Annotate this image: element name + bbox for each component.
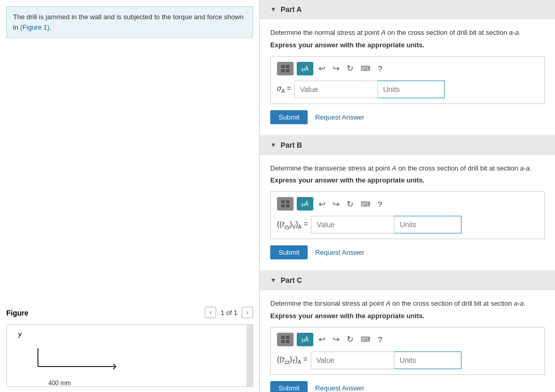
svg-rect-14: [281, 340, 285, 343]
part-c-undo-btn[interactable]: ↩: [316, 333, 327, 345]
part-b-value-input[interactable]: [311, 216, 394, 233]
part-c-submit-button[interactable]: Submit: [270, 381, 308, 393]
part-b-instruction: Express your answer with the appropriate…: [270, 176, 545, 184]
part-a-kbd-btn[interactable]: ⌨: [359, 63, 373, 73]
part-b-label: ((τzy)V)A =: [277, 220, 308, 230]
part-a-section: ▼ Part A Determine the normal stress at …: [260, 0, 555, 135]
part-c-refresh-btn[interactable]: ↻: [345, 333, 355, 345]
svg-rect-5: [286, 65, 289, 68]
part-c-header: ▼ Part C: [260, 271, 555, 290]
part-a-request-link[interactable]: Request Answer: [315, 113, 364, 121]
part-a-value-input[interactable]: [294, 81, 377, 98]
part-b-redo-btn[interactable]: ↪: [331, 198, 341, 210]
axis-y-label: y: [18, 330, 22, 338]
part-b-kbd-btn[interactable]: ⌨: [359, 199, 373, 209]
part-a-body: Determine the normal stress at point A o…: [260, 19, 555, 135]
part-b-request-link[interactable]: Request Answer: [315, 249, 364, 256]
part-a-label: σA =: [277, 84, 291, 94]
part-c-title: Part C: [281, 276, 302, 284]
part-c-units-input[interactable]: [394, 351, 461, 369]
part-b-format-btn[interactable]: [277, 197, 294, 211]
part-a-help-btn[interactable]: ?: [376, 63, 384, 74]
figure-next-button[interactable]: ›: [242, 307, 253, 318]
part-c-body: Determine the torsional stress at point …: [260, 290, 555, 392]
part-a-submit-button[interactable]: Submit: [270, 110, 308, 124]
part-b-help-btn[interactable]: ?: [376, 199, 384, 210]
part-b-undo-btn[interactable]: ↩: [316, 198, 327, 210]
svg-rect-4: [281, 65, 285, 68]
part-a-arrow-icon: ▼: [270, 6, 276, 13]
part-a-units-input[interactable]: [377, 81, 445, 98]
figure-nav: ‹ 1 of 1 ›: [205, 307, 253, 318]
svg-rect-11: [286, 204, 289, 207]
part-c-input-box: μÅ ↩ ↪ ↻ ⌨ ? ((τzz)T)A =: [270, 327, 545, 375]
part-a-format-btn[interactable]: [277, 62, 294, 75]
svg-rect-12: [281, 336, 285, 339]
part-a-answer-row: σA =: [277, 81, 538, 98]
part-a-redo-btn[interactable]: ↪: [331, 62, 341, 74]
left-panel: The drill is jammed in the wall and is s…: [0, 0, 260, 392]
part-c-section: ▼ Part C Determine the torsional stress …: [260, 271, 555, 392]
part-a-toolbar: μÅ ↩ ↪ ↻ ⌨ ?: [277, 62, 538, 75]
part-b-title: Part B: [281, 141, 302, 149]
right-panel: ▼ Part A Determine the normal stress at …: [260, 0, 555, 392]
figure-scrollbar[interactable]: [246, 325, 253, 386]
figure-scroll: y 400 mm: [6, 324, 253, 387]
part-a-undo-btn[interactable]: ↩: [316, 62, 327, 74]
part-a-unit-btn[interactable]: μÅ: [297, 62, 313, 75]
part-b-units-input[interactable]: [394, 216, 461, 233]
part-a-title: Part A: [281, 5, 302, 14]
svg-rect-9: [286, 200, 289, 203]
part-a-header: ▼ Part A: [260, 0, 555, 19]
part-a-action-row: Submit Request Answer: [270, 110, 545, 124]
svg-rect-13: [286, 336, 289, 339]
part-a-description: Determine the normal stress at point A o…: [270, 28, 545, 38]
part-b-submit-button[interactable]: Submit: [270, 245, 308, 259]
problem-text-box: The drill is jammed in the wall and is s…: [6, 6, 253, 38]
part-b-refresh-btn[interactable]: ↻: [345, 198, 355, 210]
part-b-arrow-icon: ▼: [270, 141, 276, 149]
part-c-request-link[interactable]: Request Answer: [315, 384, 364, 392]
part-c-help-btn[interactable]: ?: [376, 334, 384, 345]
part-b-action-row: Submit Request Answer: [270, 245, 545, 259]
part-b-body: Determine the transverse stress at point…: [260, 155, 555, 270]
part-b-input-box: μÅ ↩ ↪ ↻ ⌨ ? ((τzy)V)A =: [270, 191, 545, 239]
svg-rect-10: [281, 204, 285, 207]
svg-rect-6: [281, 69, 285, 72]
part-a-refresh-btn[interactable]: ↻: [345, 62, 355, 74]
part-c-format-btn[interactable]: [277, 333, 294, 346]
part-b-unit-btn[interactable]: μÅ: [297, 197, 313, 211]
figure-svg: [33, 346, 126, 377]
part-c-redo-btn[interactable]: ↪: [331, 333, 341, 345]
figure-page-info: 1 of 1: [220, 309, 237, 317]
part-c-action-row: Submit Request Answer: [270, 381, 545, 393]
svg-rect-15: [286, 340, 289, 343]
part-b-answer-row: ((τzy)V)A =: [277, 216, 538, 233]
dim-label: 400 mm: [48, 380, 242, 387]
part-b-toolbar: μÅ ↩ ↪ ↻ ⌨ ?: [277, 197, 538, 211]
part-c-kbd-btn[interactable]: ⌨: [359, 334, 373, 344]
part-c-arrow-icon: ▼: [270, 277, 276, 284]
part-c-unit-btn[interactable]: μÅ: [297, 333, 313, 346]
part-a-instruction: Express your answer with the appropriate…: [270, 41, 545, 49]
figure-prev-button[interactable]: ‹: [205, 307, 216, 318]
part-b-description: Determine the transverse stress at point…: [270, 163, 545, 174]
svg-rect-7: [286, 69, 289, 72]
part-c-value-input[interactable]: [311, 351, 394, 369]
svg-rect-8: [281, 200, 285, 203]
figure-content: y 400 mm: [7, 325, 253, 387]
part-c-instruction: Express your answer with the appropriate…: [270, 312, 545, 320]
part-c-label: ((τzz)T)A =: [277, 355, 308, 365]
figure-label: Figure: [6, 309, 29, 317]
figure-area: Figure ‹ 1 of 1 › y 400 mm: [0, 44, 259, 392]
part-b-section: ▼ Part B Determine the transverse stress…: [260, 136, 555, 270]
part-c-toolbar: μÅ ↩ ↪ ↻ ⌨ ?: [277, 333, 538, 346]
figure-link[interactable]: (Figure 1): [20, 23, 49, 31]
part-a-input-box: μÅ ↩ ↪ ↻ ⌨ ? σA =: [270, 56, 545, 104]
axis-line-container: 400 mm: [33, 346, 242, 387]
part-c-answer-row: ((τzz)T)A =: [277, 351, 538, 369]
part-c-description: Determine the torsional stress at point …: [270, 298, 545, 309]
part-b-header: ▼ Part B: [260, 136, 555, 155]
